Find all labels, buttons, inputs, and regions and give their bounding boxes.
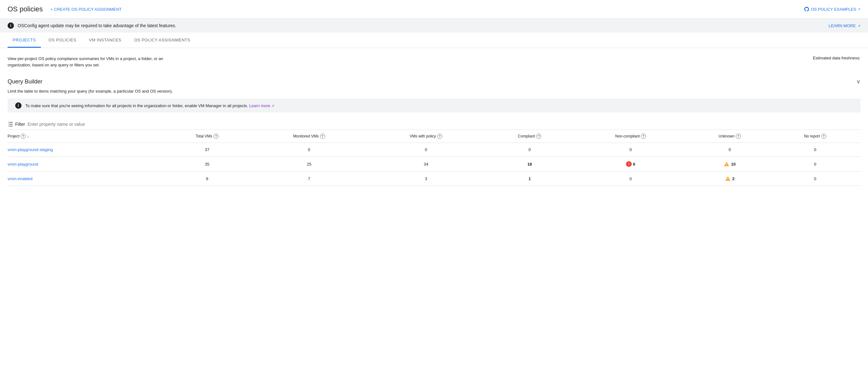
warning-triangle-svg: ! <box>725 176 731 181</box>
project-cell: vmm-playground <box>8 157 165 172</box>
total-vms-cell: 37 <box>165 143 253 157</box>
col-non-compliant: Non-compliant ? <box>577 130 690 143</box>
query-builder-title: Query Builder <box>8 78 42 85</box>
compliant-cell: 1 <box>488 172 577 186</box>
project-link[interactable]: vmm-playground-staging <box>8 147 53 152</box>
no-report-help-icon[interactable]: ? <box>821 134 826 139</box>
non-compliant-count: 6 <box>633 162 635 167</box>
project-link[interactable]: vmm-enabled <box>8 176 33 181</box>
create-policy-label: + CREATE OS POLICY ASSIGNMENT <box>50 7 121 12</box>
non-compliant-cell: 0 <box>577 172 690 186</box>
unknown-help-icon[interactable]: ? <box>736 134 741 139</box>
col-total-vms: Total VMs ? <box>165 130 253 143</box>
query-builder-desc: Limit the table to items matching your q… <box>8 89 860 94</box>
table-row: vmm-playground-staging37000000 <box>8 143 860 157</box>
unknown-with-icon: ! 10 <box>690 162 770 167</box>
content-description: View per-project OS policy compliance su… <box>8 56 166 68</box>
col-monitored-vms: Monitored VMs ? <box>254 130 369 143</box>
col-no-report: No report ? <box>775 130 860 143</box>
col-compliant: Compliant ? <box>488 130 577 143</box>
learn-more-label-1: LEARN MORE <box>829 23 856 28</box>
banner1-text: OSConfig agent update may be required to… <box>18 23 176 28</box>
external-link-icon-2: ↗ <box>858 24 860 28</box>
header-right: OS POLICY EXAMPLES ↗ <box>804 6 860 12</box>
query-builder-header[interactable]: Query Builder ∨ <box>8 75 860 88</box>
monitored-vms-cell: 7 <box>254 172 369 186</box>
no-report-cell: 0 <box>775 143 860 157</box>
project-help-icon[interactable]: ? <box>21 134 26 139</box>
freshness-text: Estimated data freshness: <box>813 56 860 60</box>
learn-more-link-2[interactable]: Learn more ↗ <box>249 103 274 108</box>
error-icon: ! <box>626 161 632 167</box>
query-builder: Query Builder ∨ Limit the table to items… <box>8 75 860 94</box>
external-link-icon: ↗ <box>858 7 860 11</box>
non-compliant-help-icon[interactable]: ? <box>641 134 646 139</box>
info-icon-1: i <box>8 23 14 29</box>
total-vms-cell: 9 <box>165 172 253 186</box>
total-vms-help-icon[interactable]: ? <box>214 134 219 139</box>
tab-projects[interactable]: PROJECTS <box>8 33 41 48</box>
col-vms-with-policy: VMs with policy ? <box>369 130 488 143</box>
table-header-row: Project ? ↓ Total VMs ? Monitored VMs ? <box>8 130 860 143</box>
vms-with-policy-help-icon[interactable]: ? <box>437 134 442 139</box>
project-link[interactable]: vmm-playground <box>8 162 38 167</box>
banner2-text: To make sure that you're seeing informat… <box>25 103 274 108</box>
tabs-bar: PROJECTS OS POLICIES VM INSTANCES OS POL… <box>0 33 868 48</box>
unknown-cell: ! 10 <box>690 157 775 172</box>
filter-label: Filter <box>15 122 25 127</box>
total-vms-cell: 35 <box>165 157 253 172</box>
examples-link[interactable]: OS POLICY EXAMPLES ↗ <box>804 6 860 12</box>
info-banner-1: i OSConfig agent update may be required … <box>0 19 868 33</box>
filter-bar: Filter <box>8 117 860 130</box>
table-row: vmm-enabled97310 ! 20 <box>8 172 860 186</box>
project-cell: vmm-playground-staging <box>8 143 165 157</box>
tab-os-policies[interactable]: OS POLICIES <box>43 33 81 48</box>
chevron-down-icon: ∨ <box>856 78 860 85</box>
warning-triangle-icon: ! <box>724 162 730 167</box>
vms-with-policy-cell: 3 <box>369 172 488 186</box>
page-header: OS policies + CREATE OS POLICY ASSIGNMEN… <box>0 0 868 19</box>
page-title: OS policies <box>8 5 43 13</box>
compliant-cell: 0 <box>488 143 577 157</box>
filter-input[interactable] <box>28 122 122 127</box>
monitored-vms-cell: 25 <box>254 157 369 172</box>
unknown-count: 10 <box>731 162 736 167</box>
vms-with-policy-cell: 34 <box>369 157 488 172</box>
compliant-cell: 18 <box>488 157 577 172</box>
project-sort-icon[interactable]: ↓ <box>27 134 29 139</box>
non-compliant-with-icon: !6 <box>577 161 685 167</box>
warning-triangle-svg: ! <box>724 162 730 167</box>
info-icon-2: i <box>15 102 22 109</box>
monitored-vms-cell: 0 <box>254 143 369 157</box>
content-top: View per-project OS policy compliance su… <box>8 56 860 68</box>
create-policy-link[interactable]: + CREATE OS POLICY ASSIGNMENT <box>50 7 121 12</box>
projects-table: Project ? ↓ Total VMs ? Monitored VMs ? <box>8 130 860 186</box>
unknown-cell: 0 <box>690 143 775 157</box>
main-content: View per-project OS policy compliance su… <box>0 48 868 194</box>
tab-vm-instances[interactable]: VM INSTANCES <box>84 33 127 48</box>
unknown-count: 2 <box>732 176 735 181</box>
tab-os-policy-assignments[interactable]: OS POLICY ASSIGNMENTS <box>129 33 195 48</box>
learn-more-link-1[interactable]: LEARN MORE ↗ <box>829 23 860 28</box>
filter-lines-icon <box>8 122 13 127</box>
project-cell: vmm-enabled <box>8 172 165 186</box>
info-banner-2: i To make sure that you're seeing inform… <box>8 99 860 112</box>
no-report-cell: 0 <box>775 157 860 172</box>
warning-triangle-icon: ! <box>725 176 731 181</box>
info-banner-left: i OSConfig agent update may be required … <box>8 23 176 29</box>
col-project: Project ? ↓ <box>8 130 165 143</box>
unknown-cell: ! 2 <box>690 172 775 186</box>
unknown-with-icon: ! 2 <box>690 176 770 181</box>
svg-text:!: ! <box>726 163 727 166</box>
examples-label: OS POLICY EXAMPLES <box>811 7 856 12</box>
svg-text:!: ! <box>727 178 728 181</box>
external-link-icon-3: ↗ <box>271 104 274 108</box>
no-report-cell: 0 <box>775 172 860 186</box>
filter-label-group: Filter <box>8 122 25 127</box>
vms-with-policy-cell: 0 <box>369 143 488 157</box>
github-icon <box>804 6 809 12</box>
compliant-help-icon[interactable]: ? <box>536 134 541 139</box>
monitored-vms-help-icon[interactable]: ? <box>320 134 325 139</box>
col-unknown: Unknown ? <box>690 130 775 143</box>
non-compliant-cell: !6 <box>577 157 690 172</box>
